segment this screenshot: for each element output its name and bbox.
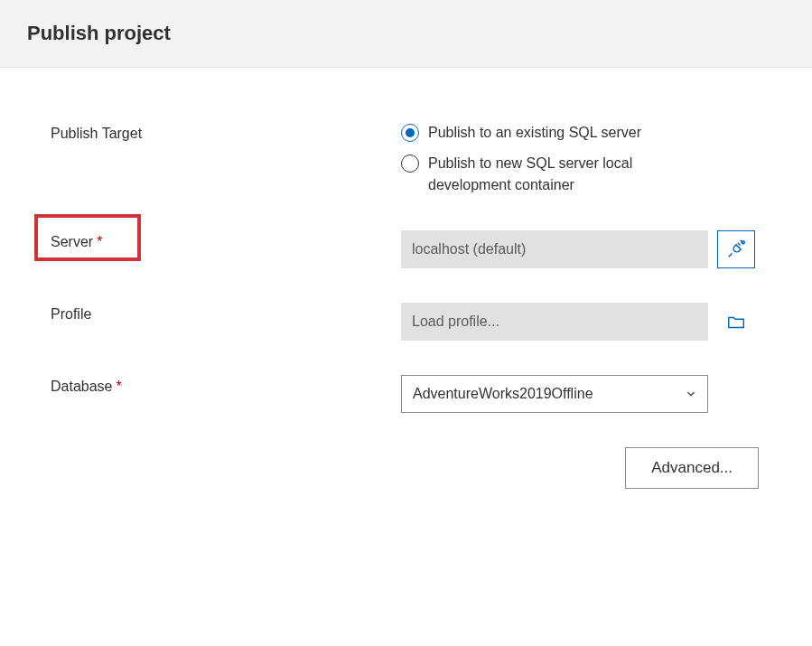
database-row: Database* (51, 375, 785, 413)
plug-icon (726, 239, 746, 259)
dialog-header: Publish project (0, 0, 812, 68)
profile-input[interactable] (401, 303, 708, 341)
profile-row: Profile (51, 303, 785, 341)
server-label-text: Server (51, 234, 93, 249)
form-container: Publish Target Publish to an existing SQ… (0, 68, 812, 516)
server-label: Server* (51, 230, 401, 250)
radio-existing-label: Publish to an existing SQL server (428, 122, 641, 144)
radio-circle-icon (401, 154, 419, 173)
required-asterisk: * (97, 234, 102, 249)
database-label: Database* (51, 375, 401, 395)
svg-line-0 (738, 243, 741, 246)
database-select-wrapper (401, 375, 708, 413)
advanced-row: Advanced... (51, 447, 759, 489)
folder-icon (726, 312, 746, 332)
connect-server-button[interactable] (717, 230, 755, 268)
server-row: Server* (51, 230, 785, 268)
advanced-button[interactable]: Advanced... (625, 447, 759, 489)
radio-circle-icon (401, 124, 419, 142)
svg-point-2 (742, 241, 744, 244)
dialog-title: Publish project (27, 22, 785, 45)
browse-profile-button[interactable] (717, 303, 755, 341)
database-select[interactable] (401, 375, 708, 413)
publish-target-label: Publish Target (51, 122, 401, 142)
radio-new-local-container[interactable]: Publish to new SQL server local developm… (401, 153, 699, 196)
database-label-text: Database (51, 379, 113, 394)
radio-new-local-label: Publish to new SQL server local developm… (428, 153, 699, 196)
radio-existing-server[interactable]: Publish to an existing SQL server (401, 122, 699, 144)
required-asterisk: * (117, 379, 122, 394)
profile-label: Profile (51, 303, 401, 323)
publish-target-radio-group: Publish to an existing SQL server Publis… (401, 122, 699, 196)
publish-target-row: Publish Target Publish to an existing SQ… (51, 122, 785, 196)
server-input[interactable] (401, 230, 708, 268)
